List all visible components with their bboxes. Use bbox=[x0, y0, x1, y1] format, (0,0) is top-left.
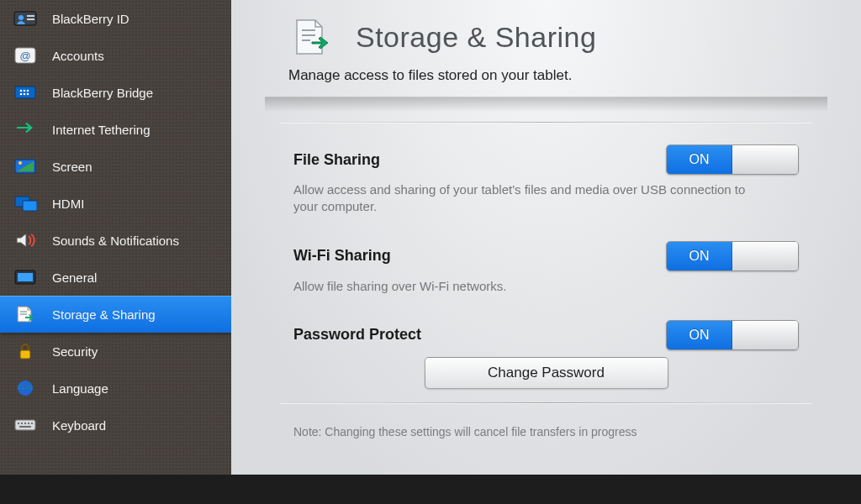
tether-arrows-icon bbox=[13, 120, 37, 139]
sidebar-item-general[interactable]: General bbox=[0, 259, 231, 296]
sidebar-item-language[interactable]: Language bbox=[0, 370, 231, 407]
toggle-knob bbox=[732, 242, 798, 270]
svg-point-12 bbox=[27, 93, 29, 96]
sidebar-item-label: Screen bbox=[52, 160, 92, 174]
scroll-top-shadow bbox=[265, 97, 827, 112]
id-card-icon bbox=[13, 9, 37, 28]
sidebar-item-internet-tethering[interactable]: Internet Tethering bbox=[0, 111, 231, 148]
setting-file-sharing: File Sharing ON Allow access and sharing… bbox=[256, 136, 836, 218]
sidebar-item-label: Storage & Sharing bbox=[52, 307, 156, 322]
svg-rect-25 bbox=[18, 423, 19, 424]
setting-password-protect: Password Protect ON Change Password bbox=[256, 312, 836, 391]
system-bottom-bar[interactable] bbox=[0, 475, 861, 504]
svg-point-15 bbox=[18, 161, 22, 165]
sidebar-item-accounts[interactable]: @ Accounts bbox=[0, 37, 231, 74]
svg-text:@: @ bbox=[19, 50, 30, 62]
divider bbox=[280, 402, 812, 403]
setting-description: Allow access and sharing of your tablet'… bbox=[293, 181, 747, 216]
svg-rect-30 bbox=[19, 426, 31, 428]
sidebar-item-screen[interactable]: Screen bbox=[0, 148, 231, 185]
sidebar-item-label: Language bbox=[52, 381, 108, 396]
svg-rect-19 bbox=[18, 273, 33, 281]
toggle-on-label: ON bbox=[667, 145, 732, 174]
sidebar-item-label: BlackBerry Bridge bbox=[52, 86, 153, 100]
svg-rect-26 bbox=[21, 423, 23, 424]
keyboard-icon bbox=[13, 416, 37, 434]
globe-icon bbox=[13, 379, 37, 397]
divider bbox=[280, 122, 812, 123]
sidebar-item-blackberry-bridge[interactable]: BlackBerry Bridge bbox=[0, 74, 231, 111]
sidebar-item-label: HDMI bbox=[52, 197, 84, 211]
page-header: Storage & Sharing bbox=[231, 0, 861, 64]
svg-rect-17 bbox=[23, 201, 37, 211]
svg-rect-6 bbox=[15, 87, 35, 98]
document-share-icon bbox=[13, 305, 37, 323]
sidebar-item-label: Internet Tethering bbox=[52, 123, 150, 137]
screen-icon bbox=[13, 157, 37, 176]
tablet-icon bbox=[13, 268, 37, 286]
sidebar-item-label: Security bbox=[52, 344, 98, 359]
svg-rect-2 bbox=[27, 15, 34, 17]
svg-point-10 bbox=[24, 93, 26, 96]
svg-rect-29 bbox=[31, 423, 33, 424]
svg-rect-22 bbox=[20, 350, 30, 359]
toggle-on-label: ON bbox=[667, 242, 732, 270]
toggle-knob bbox=[732, 145, 798, 174]
sidebar-item-label: BlackBerry ID bbox=[52, 12, 129, 26]
sidebar-item-label: Sounds & Notifications bbox=[52, 234, 179, 248]
hdmi-icon bbox=[13, 194, 37, 213]
page-title: Storage & Sharing bbox=[356, 21, 596, 54]
sidebar-item-label: Accounts bbox=[52, 49, 104, 63]
wifi-sharing-toggle[interactable]: ON bbox=[666, 241, 799, 271]
svg-point-7 bbox=[20, 90, 23, 92]
svg-point-11 bbox=[27, 90, 29, 92]
svg-rect-28 bbox=[28, 423, 29, 424]
svg-rect-3 bbox=[27, 18, 34, 20]
toggle-on-label: ON bbox=[667, 321, 732, 349]
settings-sidebar: BlackBerry ID @ Accounts BlackBerry Brid… bbox=[0, 0, 231, 475]
speaker-icon bbox=[13, 231, 37, 249]
bridge-icon bbox=[13, 83, 37, 102]
password-protect-toggle[interactable]: ON bbox=[666, 320, 799, 350]
setting-title: File Sharing bbox=[293, 151, 380, 169]
svg-point-9 bbox=[20, 93, 23, 96]
sidebar-item-label: General bbox=[52, 270, 97, 285]
lock-icon bbox=[13, 342, 37, 360]
svg-rect-27 bbox=[24, 423, 26, 424]
setting-title: Wi-Fi Sharing bbox=[293, 247, 391, 265]
settings-scroll-area[interactable]: File Sharing ON Allow access and sharing… bbox=[256, 96, 836, 475]
sidebar-item-storage-sharing[interactable]: Storage & Sharing bbox=[0, 296, 231, 333]
change-password-button[interactable]: Change Password bbox=[425, 357, 668, 389]
setting-title: Password Protect bbox=[293, 326, 421, 344]
sidebar-item-keyboard[interactable]: Keyboard bbox=[0, 407, 231, 444]
document-share-icon bbox=[288, 17, 335, 57]
sidebar-item-security[interactable]: Security bbox=[0, 333, 231, 370]
footer-note: Note: Changing these settings will cance… bbox=[256, 417, 836, 438]
page-subtitle: Manage access to files stored on your ta… bbox=[231, 64, 861, 96]
svg-rect-24 bbox=[15, 420, 35, 430]
toggle-knob bbox=[732, 321, 798, 349]
sidebar-item-sounds-notifications[interactable]: Sounds & Notifications bbox=[0, 222, 231, 259]
file-sharing-toggle[interactable]: ON bbox=[666, 144, 799, 175]
sidebar-item-label: Keyboard bbox=[52, 418, 106, 433]
svg-point-1 bbox=[18, 15, 24, 20]
setting-description: Allow file sharing over Wi-Fi networks. bbox=[293, 278, 747, 295]
content-panel: Storage & Sharing Manage access to files… bbox=[231, 0, 861, 475]
at-sign-icon: @ bbox=[13, 46, 37, 65]
svg-point-8 bbox=[24, 90, 26, 92]
setting-wifi-sharing: Wi-Fi Sharing ON Allow file sharing over… bbox=[256, 233, 836, 297]
sidebar-item-blackberry-id[interactable]: BlackBerry ID bbox=[0, 0, 231, 37]
sidebar-item-hdmi[interactable]: HDMI bbox=[0, 185, 231, 222]
